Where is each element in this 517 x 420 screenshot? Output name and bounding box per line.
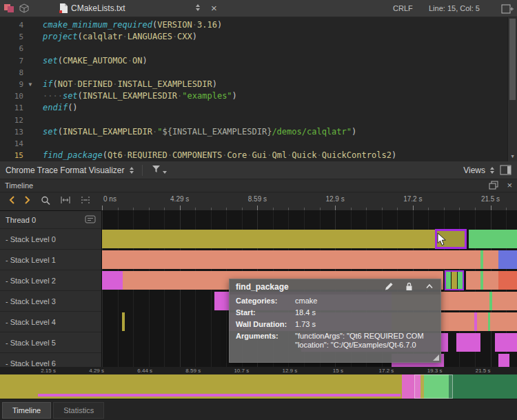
zoom-button[interactable] [40,195,51,208]
thread-legend-icon[interactable] [85,215,96,225]
trace-event[interactable] [469,230,517,248]
trace-event[interactable] [445,270,465,290]
overview-ruler: 2.15 s4.29 s6.44 s8.59 s10.7 s12.9 s15 s… [0,367,517,374]
filter-button[interactable] [145,161,172,179]
trace-event[interactable] [122,312,125,331]
code-line[interactable]: project(calqlatr·LANGUAGES·CXX) [43,31,507,43]
code-line[interactable] [43,138,507,150]
timeline-row-label[interactable]: - Stack Level 6 [0,353,101,367]
code-line[interactable]: set(CMAKE_AUTOMOC·ON) [43,55,507,67]
next-event-button[interactable] [24,195,31,208]
timeline-row-label[interactable]: - Stack Level 2 [0,270,101,291]
code-line[interactable] [43,43,507,54]
panel-title: Timeline [5,181,33,190]
visualizer-selector-label: Chrome Trace Format Visualizer [6,166,125,175]
edit-icon[interactable] [384,281,394,293]
code-line[interactable]: ····set(INSTALL_EXAMPLESDIR·"examples") [43,90,507,102]
overview-selection[interactable] [414,374,453,399]
tooltip-row: Arguments:"functionArgs": "Qt6 REQUIRED … [236,332,434,350]
overview-label: 17.2 s [379,368,394,374]
timeline-row-label[interactable]: - Stack Level 5 [0,332,101,353]
tooltip-row: Start:18.4 s [236,308,434,317]
timeline-row [102,211,517,229]
pink-squares-icon[interactable] [3,3,14,13]
code-editor[interactable]: 456789▼101112131415 cmake_minimum_requir… [0,17,517,161]
overview-label: 19.3 s [427,368,443,374]
collapse-icon[interactable] [425,282,434,292]
trace-event[interactable] [495,333,517,352]
timeline-row [102,250,517,270]
fit-width-button[interactable] [60,195,71,208]
lock-icon[interactable] [405,281,414,293]
timeline-row-label[interactable]: - Stack Level 1 [0,250,101,270]
timeline-row-label[interactable]: Thread 0 [0,211,101,229]
trace-event[interactable] [477,312,488,331]
range-select-button[interactable] [80,195,91,208]
analyzer-toolbar: Chrome Trace Format Visualizer Views [0,161,517,179]
document-switcher-icon[interactable] [196,4,200,11]
document-title[interactable]: CMakeLists.txt [71,0,125,17]
fold-marker-icon[interactable]: ▼ [23,79,37,90]
chevron-updown-icon [130,167,134,174]
code-line[interactable]: find_package(Qt6·REQUIRED·COMPONENTS·Cor… [43,150,507,161]
code-line[interactable] [43,67,507,79]
close-document-button[interactable]: × [211,3,217,13]
editor-scrollbar[interactable]: ▼ [507,17,517,161]
overview-band [38,394,401,397]
caret-down-icon [163,171,167,174]
overview-label: 15 s [333,368,343,374]
trace-event[interactable] [483,250,498,269]
trace-event[interactable] [102,250,480,269]
code-line[interactable]: if(NOT·DEFINED·INSTALL_EXAMPLESDIR) [43,79,507,90]
tab-timeline[interactable]: Timeline [2,402,51,419]
timeline-row-label[interactable]: - Stack Level 0 [0,229,101,250]
timeline-row-label[interactable]: - Stack Level 4 [0,312,101,332]
visualizer-selector[interactable]: Chrome Trace Format Visualizer [0,161,139,179]
event-tooltip: find_package Categories:cmakeStart:18.4 … [229,279,441,363]
code-line[interactable] [43,114,507,126]
tooltip-row: Wall Duration:1.73 s [236,320,434,329]
time-ruler[interactable]: 0 ns4.29 s8.59 s12.9 s17.2 s21.5 s [102,192,517,210]
mouse-cursor [437,232,447,249]
tab-statistics[interactable]: Statistics [53,402,104,419]
trace-event[interactable] [456,333,480,352]
detach-panel-icon[interactable] [489,181,498,191]
overview-label: 6.44 s [137,368,152,374]
line-ending-indicator[interactable]: CRLF [393,0,413,17]
ruler-label: 0 ns [103,195,116,203]
overview-label: 10.7 s [234,368,249,374]
file-icon [59,3,68,14]
cursor-position[interactable]: Line: 15, Col: 5 [429,0,480,17]
scrollbar-thumb[interactable] [509,19,516,100]
trace-event[interactable] [483,271,498,290]
cube-icon[interactable] [19,3,30,13]
trace-event[interactable] [492,292,517,310]
trace-event[interactable] [498,354,509,367]
open-new-split-icon[interactable] [501,3,514,14]
scrollbar-down-arrow[interactable]: ▼ [508,152,517,161]
toolbar-separator [142,165,143,176]
trace-event[interactable] [102,271,123,290]
views-selector[interactable]: Views [458,161,500,179]
trace-event[interactable] [490,312,517,331]
prev-event-button[interactable] [8,195,15,208]
editor-code[interactable]: cmake_minimum_required(VERSION·3.16)proj… [39,17,507,161]
timeline-row-label[interactable]: - Stack Level 3 [0,291,101,312]
trace-event[interactable] [102,230,435,248]
overview-label: 8.59 s [185,368,201,374]
gutter-line: 9▼ [0,79,39,90]
trace-event[interactable] [466,271,480,290]
resize-grip[interactable] [433,354,439,361]
code-line[interactable]: cmake_minimum_required(VERSION·3.16) [43,19,507,31]
overview-strip[interactable] [0,374,517,399]
trace-event[interactable] [498,271,517,290]
close-panel-icon[interactable]: × [507,181,512,190]
code-line[interactable]: endif() [43,102,507,114]
code-line[interactable]: set(INSTALL_EXAMPLEDIR·"${INSTALL_EXAMPL… [43,126,507,138]
editor-topbar: CMakeLists.txt × CRLF Line: 15, Col: 5 [0,0,517,17]
timeline-body: Thread 0- Stack Level 0- Stack Level 1- … [0,211,517,367]
timeline-overview[interactable]: 2.15 s4.29 s6.44 s8.59 s10.7 s12.9 s15 s… [0,367,517,399]
views-layout-icon[interactable] [500,165,511,175]
overview-label: 12.9 s [282,368,297,374]
trace-event[interactable] [498,250,517,269]
